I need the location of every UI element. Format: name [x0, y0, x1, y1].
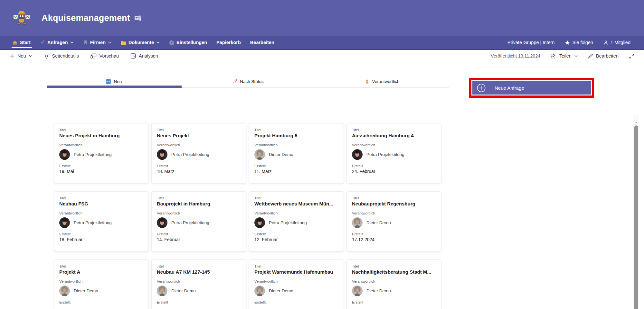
plus-icon	[10, 54, 14, 59]
card-title: Neubau FSG	[59, 201, 143, 206]
nav-item-bearbeiten[interactable]: Bearbeiten	[250, 40, 274, 45]
field-label-verantwortlich: Verantwortlich	[352, 279, 436, 283]
group-privacy-label: Private Gruppe | Intern	[507, 40, 554, 45]
new-request-label: Neue Anfrage	[495, 85, 524, 91]
page-details-button[interactable]: Seitendetails	[44, 53, 79, 59]
card-title: Neubau A7 KM 127-145	[157, 269, 241, 275]
card-title: Nachhaltigkeitsberatung Stadt M...	[352, 269, 436, 275]
robot-construction-logo	[12, 9, 31, 27]
field-label-verantwortlich: Verantwortlich	[59, 211, 143, 215]
card-title: Neubauprojekt Regensburg	[352, 201, 436, 206]
nav-label: Dokumente	[128, 40, 154, 45]
request-card[interactable]: Titel Projekt Hamburg 5 Verantwortlich D…	[249, 123, 344, 183]
responsible-person: Petra Projektleitung	[59, 149, 143, 160]
request-card[interactable]: Titel Projekt Warnemünde Hafenumbau Vera…	[249, 259, 344, 309]
scrollbar-thumb[interactable]	[634, 125, 638, 309]
responsible-person: Dieter Demo	[254, 286, 338, 296]
avatar	[254, 286, 265, 296]
analytics-button[interactable]: Analysen	[130, 53, 158, 59]
field-label-titel: Titel	[352, 196, 436, 200]
page-content: NEW Neu Nach Status	[0, 62, 644, 309]
mailbox-icon	[40, 40, 45, 45]
scrollbar-up-arrow[interactable]: ▲	[633, 120, 639, 125]
worker-icon	[365, 79, 370, 84]
analytics-icon	[130, 53, 136, 59]
request-card[interactable]: Titel Neues Projekt in Hamburg Verantwor…	[54, 123, 149, 183]
created-date: 19. Mai	[59, 169, 143, 174]
preview-icon	[90, 53, 97, 59]
nav-item-start[interactable]: Start	[12, 40, 31, 45]
field-label-verantwortlich: Verantwortlich	[352, 211, 436, 215]
field-label-verantwortlich: Verantwortlich	[352, 143, 436, 147]
responsible-person: Petra Projektleitung	[157, 149, 241, 160]
rocket-icon	[232, 79, 237, 84]
card-title: Projekt A	[59, 269, 143, 275]
nav-item-papierkorb[interactable]: Papierkorb	[216, 40, 241, 45]
person-name: Dieter Demo	[74, 288, 98, 293]
new-badge-icon: NEW	[106, 79, 111, 84]
chevron-down-icon	[574, 55, 578, 57]
published-status: Veröffentlicht 13.11.2024	[491, 53, 540, 59]
field-label-erstellt: Erstellt	[352, 164, 436, 168]
svg-text:NEW: NEW	[107, 80, 110, 82]
field-label-erstellt: Erstellt	[157, 164, 241, 168]
card-title: Neues Projekt	[157, 133, 241, 138]
expand-icon[interactable]	[629, 53, 634, 59]
teams-icon[interactable]	[134, 15, 142, 22]
request-card[interactable]: Titel Ausschreibung Hamburg 4 Verantwort…	[346, 123, 441, 183]
request-card[interactable]: Titel Projekt A Verantwortlich Dieter De…	[54, 259, 149, 309]
nav-label: Einstellungen	[176, 40, 207, 45]
new-button[interactable]: Neu	[10, 53, 32, 59]
share-button[interactable]: Teilen	[551, 53, 578, 59]
nav-item-anfragen[interactable]: Anfragen	[40, 40, 74, 45]
field-label-titel: Titel	[254, 128, 338, 132]
new-request-button[interactable]: Neue Anfrage	[472, 81, 591, 95]
request-card[interactable]: Titel Bauprojekt in Hamburg Verantwortli…	[151, 191, 246, 251]
highlight-annotation-red-box: Neue Anfrage	[469, 78, 594, 98]
field-label-titel: Titel	[254, 264, 338, 268]
field-label-verantwortlich: Verantwortlich	[59, 143, 143, 147]
edit-page-button[interactable]: Bearbeiten	[588, 53, 619, 59]
request-card[interactable]: Titel Neues Projekt Verantwortlich Petra…	[151, 123, 246, 183]
request-card[interactable]: Titel Neubau FSG Verantwortlich Petra Pr…	[54, 191, 149, 251]
building-icon	[83, 40, 88, 45]
responsible-person: Dieter Demo	[352, 217, 436, 228]
chevron-down-icon	[70, 41, 74, 44]
request-card[interactable]: Titel Neubau A7 KM 127-145 Verantwortlic…	[151, 259, 246, 309]
field-label-titel: Titel	[352, 128, 436, 132]
nav-right-group: Private Gruppe | Intern Sie folgen 1 Mit…	[507, 40, 630, 45]
field-label-erstellt: Erstellt	[254, 300, 338, 304]
created-date: 12. Februar	[254, 237, 338, 242]
command-bar: Neu Seitendetails Vorschau Analysen Verö…	[0, 50, 644, 62]
responsible-person: Dieter Demo	[157, 286, 241, 296]
field-label-erstellt: Erstellt	[59, 300, 143, 304]
field-label-titel: Titel	[59, 128, 143, 132]
request-card[interactable]: Titel Neubauprojekt Regensburg Verantwor…	[346, 191, 441, 251]
nav-label: Start	[20, 40, 31, 45]
scrollbar[interactable]: ▲ ▼	[633, 115, 639, 309]
person-name: Petra Projektleitung	[74, 220, 112, 225]
nav-label: Firmen	[90, 40, 106, 45]
request-card[interactable]: Titel Nachhaltigkeitsberatung Stadt M...…	[346, 259, 441, 309]
field-label-verantwortlich: Verantwortlich	[59, 279, 143, 283]
nav-item-dokumente[interactable]: Dokumente	[121, 40, 160, 45]
responsible-person: Petra Projektleitung	[59, 217, 143, 228]
site-navigation: Start Anfragen Firmen Dokumente	[0, 36, 644, 50]
field-label-verantwortlich: Verantwortlich	[157, 279, 241, 283]
nav-item-firmen[interactable]: Firmen	[83, 40, 111, 45]
field-label-verantwortlich: Verantwortlich	[157, 143, 241, 147]
tab-neu[interactable]: NEW Neu	[47, 77, 181, 86]
scrollbar-down-arrow[interactable]: ▼	[633, 303, 639, 308]
person-name: Petra Projektleitung	[171, 152, 209, 157]
members-button[interactable]: 1 Mitglied	[603, 40, 630, 45]
preview-button[interactable]: Vorschau	[90, 53, 119, 59]
responsible-person: Dieter Demo	[59, 286, 143, 296]
follow-button[interactable]: Sie folgen	[565, 40, 593, 45]
request-card[interactable]: Titel Wettbewerb neues Museum Mün... Ver…	[249, 191, 344, 251]
view-tabstrip: NEW Neu Nach Status	[47, 77, 449, 88]
tab-nach-status[interactable]: Nach Status	[181, 77, 315, 86]
card-title: Ausschreibung Hamburg 4	[352, 133, 436, 138]
field-label-titel: Titel	[59, 264, 143, 268]
tab-verantwortlich[interactable]: Verantwortlich	[315, 77, 449, 86]
nav-item-einstellungen[interactable]: Einstellungen	[169, 40, 207, 45]
